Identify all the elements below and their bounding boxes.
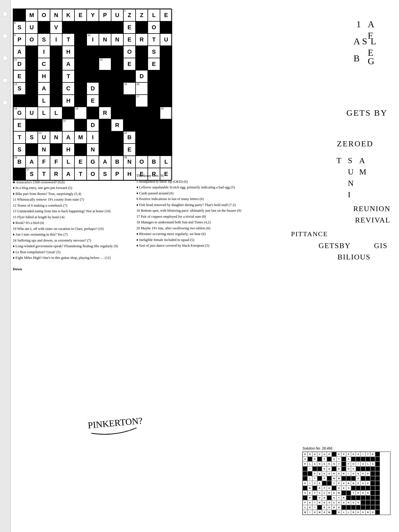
sol-cell-6-15 [375,481,380,486]
sol-cell-10-10: G [351,500,356,505]
sol-cell-11-4: E [322,505,327,510]
grid-cell-4-11: E [148,58,160,70]
grid-cell-11-7 [99,144,111,156]
binding-hole [3,56,8,61]
sol-cell-12-15 [375,510,380,515]
sol-cell-10-12 [361,500,365,505]
sol-cell-0-13: T [365,452,370,457]
sol-cell-2-13: L [365,462,370,466]
sol-cell-0-0: E [303,452,307,457]
grid-cell-7-9 [123,95,136,107]
grid-cell-10-12 [160,131,172,144]
sol-cell-2-14: S [370,462,375,466]
sol-cell-3-5: E [327,466,332,471]
grid-cell-9-12 [160,119,172,131]
sol-cell-11-9 [346,505,351,510]
grid-cell-9-5 [74,119,87,131]
sol-cell-7-0 [303,486,307,491]
grid-cell-3-1 [26,46,38,58]
sol-cell-5-14 [370,476,375,481]
sol-cell-5-13 [365,476,370,481]
clue-item: 8 Positive indications in last of many l… [136,197,254,202]
sol-cell-0-1: G [307,452,312,457]
sol-cell-2-12: A [361,462,365,466]
sol-cell-12-8: L [341,510,346,515]
clues-section: Across ♣ Araucaria's £500 crossword? (6,… [13,173,254,273]
grid-cell-2-7: N [99,34,111,46]
sol-cell-7-1: B [307,486,312,491]
grid-cell-4-4: A [62,58,74,70]
sol-cell-8-8 [341,491,346,495]
grid-cell-1-10 [136,21,148,34]
grid-cell-3-4: H [62,46,74,58]
grid-cell-1-8 [111,21,123,34]
sol-cell-6-6: Y [332,481,336,486]
grid-cell-3-8 [111,46,123,58]
sol-cell-11-3 [317,505,322,510]
grid-cell-2-9: E [123,34,136,46]
sol-cell-5-11: D [356,476,361,481]
clue-item: ♦ Cards passed around (6) [136,191,254,196]
grid-cell-6-7 [99,82,111,95]
sol-cell-6-5 [327,481,332,486]
grid-cell-2-3: I [50,34,62,46]
sol-cell-6-12: O [361,481,365,486]
sol-cell-8-15 [375,491,380,495]
sol-cell-2-15 [375,462,380,466]
sol-cell-3-0 [303,466,307,471]
grid-cell-12-7: A [99,156,111,168]
grid-cell-5-7 [99,70,111,82]
clue-item: ♦ In a blog entry, one gets put forward … [13,186,131,191]
grid-cell-12-4: L [62,156,74,168]
sol-cell-6-3: E [317,481,322,486]
sol-cell-12-7: A [336,510,341,515]
sol-cell-8-2: T [312,491,317,495]
grid-cell-1-2 [38,21,50,34]
sol-cell-12-2: G [312,510,317,515]
clues-columns: Across ♣ Araucaria's £500 crossword? (6,… [13,173,254,273]
sol-cell-2-5: E [327,462,332,466]
grid-cell-7-6: E [87,95,99,107]
grid-cell-11-11 [148,144,160,156]
sol-cell-2-3: N [317,462,322,466]
note-gis: GIS [374,242,388,250]
sol-cell-0-2: G [312,452,317,457]
grid-cell-2-4: T [62,34,74,46]
sol-cell-5-4: P [322,476,327,481]
sol-cell-5-5 [327,476,332,481]
sol-cell-8-6: E [332,491,336,495]
sol-cell-9-10 [351,495,356,500]
grid-cell-8-6 [87,107,99,119]
grid-cell-5-0: E [13,70,26,82]
clue-item: 19 Who am I, off with sister on vacation… [13,226,131,232]
note-zeroed: ZEROED [337,139,373,148]
grid-cell-3-3 [50,46,62,58]
grid-cell-2-0: 6P [13,34,26,46]
sol-cell-3-9: N [346,466,351,471]
down-title: Down [13,267,131,272]
sol-cell-3-15 [375,466,380,471]
binding-hole [3,34,8,39]
grid-cell-0-0 [13,9,26,21]
sol-cell-10-8: A [341,500,346,505]
solution-title: Solution No. 28,466 [302,446,390,450]
grid-cell-12-5: E [74,156,87,168]
grid-cell-6-2: A [38,82,50,95]
clue-item: ♦ Sort of jazz dance covered by black Eu… [136,243,254,248]
sol-cell-7-15 [375,486,380,491]
grid-cell-11-0: S [13,144,26,156]
note-revival: REVIVAL [355,216,390,225]
sol-cell-11-14 [370,505,375,510]
grid-cell-10-7 [99,131,111,144]
grid-cell-10-2: 23U [38,131,50,144]
solution-grid: EGGCUPAPPOSITEARFATAPLANGENTPHIALSINEENK… [302,452,390,515]
sol-cell-3-12 [361,466,365,471]
sol-cell-8-14 [370,491,375,495]
grid-cell-6-5 [74,82,87,95]
sol-cell-4-5: A [327,471,332,476]
sol-cell-5-8 [341,476,346,481]
grid-cell-8-11 [148,107,160,119]
grid-cell-0-11: L [148,9,160,21]
grid-cell-0-2: O [38,9,50,21]
grid-cell-11-6: N [87,144,99,156]
